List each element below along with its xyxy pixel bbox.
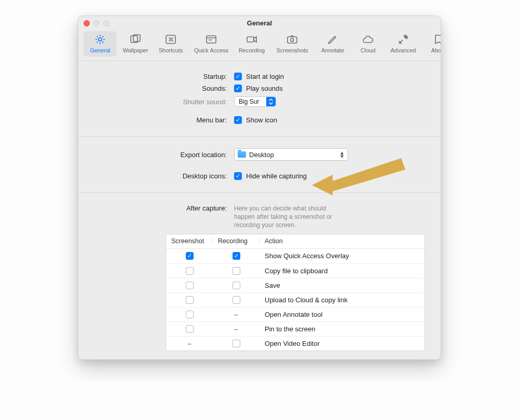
tab-cloud[interactable]: Cloud xyxy=(351,31,385,57)
action-checkbox-recording[interactable] xyxy=(233,340,240,347)
action-name: Show Quick Access Overlay xyxy=(260,252,425,260)
svg-text:⌘: ⌘ xyxy=(168,36,174,43)
table-row: –Open Video Editor xyxy=(166,336,425,351)
export-location-popup[interactable]: Desktop ▲▼ xyxy=(234,148,348,161)
table-header: Screenshot Recording Action xyxy=(166,234,425,249)
col-action[interactable]: Action xyxy=(260,237,425,245)
tab-quick-access[interactable]: Quick Access xyxy=(189,31,233,57)
play-sounds-text: Play sounds xyxy=(246,85,283,92)
desktop-icons-label: Desktop icons: xyxy=(78,172,234,180)
tab-label: Quick Access xyxy=(190,47,232,53)
action-name: Pin to the screen xyxy=(260,325,425,333)
zoom-window-button[interactable] xyxy=(103,20,110,26)
not-applicable-icon: – xyxy=(234,325,238,333)
window-title: General xyxy=(247,19,272,27)
startup-label: Startup: xyxy=(78,73,234,80)
not-applicable-icon: – xyxy=(187,340,191,347)
table-row: Copy file to clipboard xyxy=(166,263,425,278)
action-checkbox-recording[interactable]: ✓ xyxy=(233,252,240,260)
tab-shortcuts[interactable]: ⌘Shortcuts xyxy=(154,31,187,57)
shutter-sound-label: Shutter sound: xyxy=(78,98,234,106)
tab-label: Screenshots xyxy=(271,47,313,53)
action-name: Open Video Editor xyxy=(260,340,425,347)
col-screenshot[interactable]: Screenshot xyxy=(166,237,213,245)
shutter-sound-value: Big Sur xyxy=(235,98,266,105)
tab-label: Advanced xyxy=(388,47,419,53)
tab-about[interactable]: About xyxy=(422,31,441,57)
export-location-value: Desktop xyxy=(249,151,274,159)
tab-label: Wallpaper xyxy=(120,47,151,53)
tab-general[interactable]: General xyxy=(84,31,117,57)
table-row: Upload to Cloud & copy link xyxy=(166,292,425,307)
export-location-label: Export location: xyxy=(78,151,234,159)
action-name: Open Annotate tool xyxy=(260,311,425,318)
not-applicable-icon: – xyxy=(234,311,238,318)
svg-rect-5 xyxy=(207,36,216,43)
action-checkbox-screenshot[interactable] xyxy=(186,267,194,275)
tab-label: Annotate xyxy=(317,47,348,53)
tab-label: Cloud xyxy=(352,47,384,53)
tab-label: General xyxy=(85,47,116,53)
action-checkbox-screenshot[interactable] xyxy=(186,282,194,289)
svg-rect-6 xyxy=(247,37,254,42)
after-capture-hint: Here you can decide what should happen a… xyxy=(234,204,343,230)
tab-wallpaper[interactable]: Wallpaper xyxy=(119,31,152,57)
action-name: Save xyxy=(260,282,425,289)
tab-label: About xyxy=(423,47,441,53)
hide-desktop-icons-text: Hide while capturing xyxy=(246,172,307,180)
table-row: –Open Annotate tool xyxy=(166,307,425,321)
folder-icon xyxy=(238,151,246,158)
after-capture-table: Screenshot Recording Action ✓✓Show Quick… xyxy=(166,234,425,351)
tab-label: Shortcuts xyxy=(155,47,186,53)
chevron-updown-icon: ▲▼ xyxy=(339,151,345,158)
svg-point-8 xyxy=(291,38,294,41)
play-sounds-checkbox[interactable]: ✓ xyxy=(234,85,242,92)
action-checkbox-screenshot[interactable] xyxy=(186,325,194,333)
tab-advanced[interactable]: Advanced xyxy=(387,31,420,57)
table-row: ✓✓Show Quick Access Overlay xyxy=(166,249,425,263)
action-checkbox-recording[interactable] xyxy=(233,267,240,275)
tab-annotate[interactable]: Annotate xyxy=(316,31,349,57)
show-menubar-icon-text: Show icon xyxy=(246,116,277,124)
col-recording[interactable]: Recording xyxy=(213,237,260,245)
menubar-label: Menu bar: xyxy=(78,116,234,124)
sounds-label: Sounds: xyxy=(78,85,234,92)
tab-recording[interactable]: Recording xyxy=(235,31,268,57)
hide-desktop-icons-checkbox[interactable]: ✓ xyxy=(234,172,242,180)
tab-label: Recording xyxy=(236,47,267,53)
svg-point-0 xyxy=(99,38,102,41)
action-checkbox-recording[interactable] xyxy=(233,282,240,289)
start-at-login-text: Start at login xyxy=(246,73,284,80)
tab-screenshots[interactable]: Screenshots xyxy=(270,31,314,57)
after-capture-label: After capture: xyxy=(78,204,234,212)
preferences-window: General GeneralWallpaper⌘ShortcutsQuick … xyxy=(78,16,441,360)
general-panel: Startup: ✓ Start at login Sounds: ✓ Play… xyxy=(78,61,441,359)
titlebar: General xyxy=(78,16,441,28)
table-row: –Pin to the screen xyxy=(166,321,425,336)
action-checkbox-screenshot[interactable] xyxy=(186,296,194,304)
close-window-button[interactable] xyxy=(84,20,90,26)
action-checkbox-screenshot[interactable]: ✓ xyxy=(186,252,194,260)
svg-rect-7 xyxy=(288,37,297,43)
minimize-window-button[interactable] xyxy=(93,20,100,26)
action-name: Upload to Cloud & copy link xyxy=(260,296,425,304)
table-row: Save xyxy=(166,278,425,292)
start-at-login-checkbox[interactable]: ✓ xyxy=(234,73,242,80)
traffic-lights xyxy=(84,20,110,26)
action-checkbox-screenshot[interactable] xyxy=(186,311,194,318)
action-name: Copy file to clipboard xyxy=(260,267,425,275)
chevron-updown-icon xyxy=(266,97,276,106)
shutter-sound-popup[interactable]: Big Sur xyxy=(234,96,276,107)
action-checkbox-recording[interactable] xyxy=(233,296,240,304)
preferences-toolbar: GeneralWallpaper⌘ShortcutsQuick AccessRe… xyxy=(78,28,441,61)
show-menubar-icon-checkbox[interactable]: ✓ xyxy=(234,116,242,124)
